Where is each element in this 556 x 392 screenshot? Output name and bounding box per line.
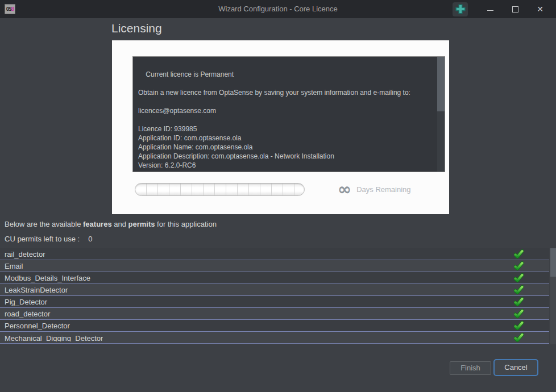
feature-row: Email [0, 260, 549, 272]
check-icon [514, 321, 524, 331]
feature-name: Modbus_Details_Interface [5, 274, 90, 282]
check-icon [514, 333, 524, 343]
app-logo-text: OS [6, 6, 11, 12]
feature-name: Email [5, 262, 23, 270]
check-icon [514, 261, 524, 271]
licence-info-text: Current licence is Permanent Obtain a ne… [138, 70, 410, 172]
plus-button[interactable] [453, 2, 468, 16]
feature-row: rail_detector [0, 248, 549, 260]
feature-row: LeakStrainDetector [0, 284, 549, 296]
app-logo-icon: OSB [5, 4, 15, 14]
cu-permits-label: CU permits left to use : [5, 235, 80, 243]
feature-row: Modbus_Details_Interface [0, 272, 549, 284]
maximize-icon [512, 6, 518, 12]
licence-info-textbox[interactable]: Current licence is Permanent Obtain a ne… [132, 56, 445, 172]
intro-features-word: features [83, 220, 112, 228]
days-progress-bar [135, 183, 305, 196]
page-title: Licensing [111, 22, 162, 35]
cancel-button[interactable]: Cancel [493, 359, 538, 376]
intro-pre: Below are the available [5, 220, 83, 228]
check-icon [514, 249, 524, 259]
licence-panel: Current licence is Permanent Obtain a ne… [112, 40, 449, 214]
feature-name: road_detector [5, 310, 50, 318]
licence-scrollbar[interactable] [437, 57, 445, 172]
close-button[interactable]: ✕ [528, 0, 553, 18]
feature-name: Pig_Detector [5, 298, 47, 306]
titlebar-controls: ✕ [453, 0, 553, 18]
feature-name: Personnel_Detector [5, 322, 70, 330]
feature-list: rail_detector Email Modbus_Details_Inter… [0, 248, 549, 344]
feature-name: Mechanical_Digging_Detector [5, 334, 103, 341]
feature-row: road_detector [0, 308, 549, 320]
feature-row: Mechanical_Digging_Detector [0, 332, 549, 344]
feature-row: Personnel_Detector [0, 320, 549, 332]
check-icon [514, 273, 524, 283]
intro-post: for this application [155, 220, 217, 228]
feature-name: LeakStrainDetector [5, 286, 68, 294]
feature-name: rail_detector [5, 250, 45, 258]
days-remaining-label: Days Remaining [356, 185, 410, 194]
close-icon: ✕ [537, 5, 543, 13]
feature-row: Pig_Detector [0, 296, 549, 308]
minimize-icon [487, 10, 493, 11]
intro-mid: and [112, 220, 128, 228]
app-logo-text-accent: B [11, 6, 14, 12]
licence-scrollbar-thumb[interactable] [437, 57, 445, 111]
feature-list-scrollbar-thumb[interactable] [550, 248, 556, 277]
cu-permits-line: CU permits left to use :0 [5, 235, 92, 243]
days-remaining: ∞ Days Remaining [338, 181, 411, 198]
finish-button[interactable]: Finish [450, 361, 491, 375]
feature-list-scrollbar[interactable] [550, 248, 556, 344]
titlebar: OSB Wizard Configuration - Core Licence … [0, 0, 556, 18]
minimize-button[interactable] [478, 0, 503, 18]
cu-permits-value: 0 [88, 235, 92, 243]
infinity-icon: ∞ [338, 181, 351, 197]
features-intro: Below are the available features and per… [5, 220, 217, 228]
intro-permits-word: permits [128, 220, 155, 228]
check-icon [514, 309, 524, 319]
maximize-button[interactable] [503, 0, 528, 18]
check-icon [514, 297, 524, 307]
plus-icon [455, 4, 466, 14]
check-icon [514, 285, 524, 295]
